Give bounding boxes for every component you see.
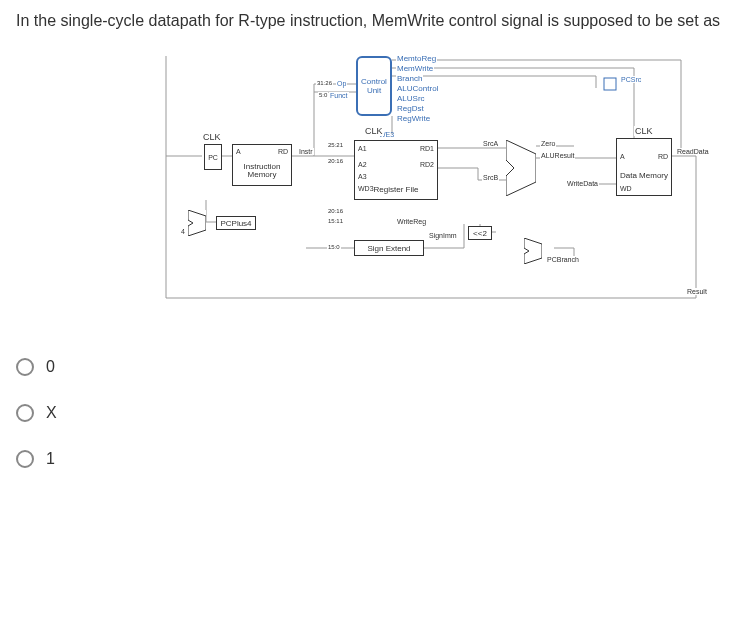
srcb-label: SrcB [482,174,499,181]
radio-icon[interactable] [16,450,34,468]
zero-label: Zero [540,140,556,147]
clk-mem: CLK [634,126,654,136]
sign-extend: Sign Extend [354,240,424,256]
datapath-diagram: PC CLK A RD Instruction Memory Instr Con… [126,48,733,318]
register-file: A1 A2 A3 WD3 RD1 RD2 WE3 Register File [354,140,438,200]
sig-memwrite: MemWrite [396,64,434,73]
question-text: In the single-cycle datapath for R-type … [16,10,733,32]
funct-label: Funct [329,92,349,99]
svg-marker-2 [188,210,206,236]
writedata-label: WriteData [566,180,599,187]
radio-icon[interactable] [16,358,34,376]
adder-branch [524,238,542,264]
srca-label: SrcA [482,140,499,147]
svg-marker-1 [506,140,536,196]
answer-label: X [46,404,57,422]
pc-register: PC [204,144,222,170]
answer-options: 0 X 1 [16,358,733,468]
sig-branch: Branch [396,74,423,83]
writereg-label: WriteReg [396,218,427,225]
readdata-label: ReadData [676,148,710,155]
answer-option-0[interactable]: 0 [16,358,733,376]
sig-memtoreg: MemtoReg [396,54,437,63]
const-4: 4 [180,228,186,235]
answer-option-x[interactable]: X [16,404,733,422]
sig-alucontrol: ALUControl [396,84,439,93]
bits-funct: 5:0 [318,92,328,98]
radio-icon[interactable] [16,404,34,422]
answer-label: 0 [46,358,55,376]
clk-pc: CLK [202,132,222,142]
bits-se: 15:0 [327,244,341,250]
bits-a2: 20:16 [327,158,344,164]
aluresult-label: ALUResult [540,152,575,159]
pcplus4-label: PCPlus4 [216,216,256,230]
svg-marker-3 [524,238,542,264]
control-unit: Control Unit [356,56,392,116]
clk-reg: CLK [364,126,384,136]
bits-op: 31:26 [316,80,333,86]
alu [506,140,536,196]
answer-option-1[interactable]: 1 [16,450,733,468]
shift-left-2: <<2 [468,226,492,240]
bits-wr: 20:16 [327,208,344,214]
bits-a1: 25:21 [327,142,344,148]
instr-label: Instr [298,148,314,155]
signimm-label: SignImm [428,232,458,239]
answer-label: 1 [46,450,55,468]
adder-pc4 [188,210,206,236]
pcsrc-label: PCSrc [620,76,642,83]
sig-alusrc: ALUSrc [396,94,426,103]
bits-wr2: 15:11 [327,218,344,224]
sig-regdst: RegDst [396,104,425,113]
result-label: Result [686,288,708,295]
pcbranch-label: PCBranch [546,256,580,263]
sig-regwrite: RegWrite [396,114,431,123]
instruction-memory: A RD Instruction Memory [232,144,292,186]
svg-rect-0 [604,78,616,90]
op-label: Op [336,80,347,87]
data-memory: A RD WE WD Data Memory [616,138,672,196]
